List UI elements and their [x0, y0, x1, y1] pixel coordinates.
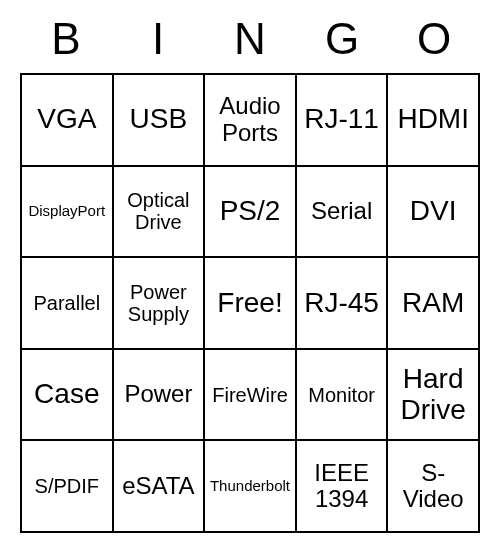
bingo-cell[interactable]: VGA	[21, 74, 113, 166]
bingo-cell[interactable]: IEEE 1394	[296, 440, 388, 532]
bingo-cell[interactable]: Hard Drive	[387, 349, 479, 441]
bingo-header-n: N	[204, 11, 296, 67]
bingo-header-o: O	[388, 11, 480, 67]
bingo-cell[interactable]: Optical Drive	[113, 166, 205, 258]
bingo-cell[interactable]: DisplayPort	[21, 166, 113, 258]
bingo-cell[interactable]: S-Video	[387, 440, 479, 532]
bingo-cell[interactable]: FireWire	[204, 349, 296, 441]
bingo-cell[interactable]: PS/2	[204, 166, 296, 258]
bingo-cell[interactable]: HDMI	[387, 74, 479, 166]
bingo-cell[interactable]: Serial	[296, 166, 388, 258]
bingo-cell[interactable]: Case	[21, 349, 113, 441]
bingo-cell[interactable]: RJ-45	[296, 257, 388, 349]
bingo-cell[interactable]: Thunderbolt	[204, 440, 296, 532]
bingo-header-b: B	[20, 11, 112, 67]
bingo-header-i: I	[112, 11, 204, 67]
bingo-header-row: B I N G O	[20, 11, 480, 67]
bingo-cell[interactable]: S/PDIF	[21, 440, 113, 532]
bingo-cell[interactable]: Power	[113, 349, 205, 441]
bingo-cell[interactable]: DVI	[387, 166, 479, 258]
bingo-cell[interactable]: Power Supply	[113, 257, 205, 349]
bingo-cell[interactable]: USB	[113, 74, 205, 166]
bingo-cell[interactable]: Monitor	[296, 349, 388, 441]
bingo-cell[interactable]: Audio Ports	[204, 74, 296, 166]
bingo-cell[interactable]: eSATA	[113, 440, 205, 532]
bingo-cell-free[interactable]: Free!	[204, 257, 296, 349]
bingo-cell[interactable]: Parallel	[21, 257, 113, 349]
bingo-header-g: G	[296, 11, 388, 67]
bingo-cell[interactable]: RAM	[387, 257, 479, 349]
bingo-grid: VGA USB Audio Ports RJ-11 HDMI DisplayPo…	[20, 73, 480, 533]
bingo-cell[interactable]: RJ-11	[296, 74, 388, 166]
bingo-card: B I N G O VGA USB Audio Ports RJ-11 HDMI…	[20, 11, 480, 533]
